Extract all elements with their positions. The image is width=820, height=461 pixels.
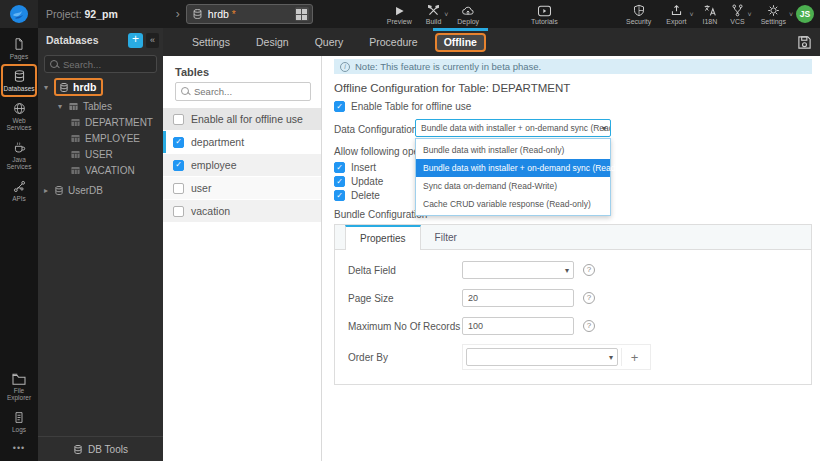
sidebar-item-web-services[interactable]: Web Services: [1, 97, 37, 136]
order-by-select[interactable]: ▾: [466, 348, 618, 366]
tab-query[interactable]: Query: [302, 28, 357, 56]
check-icon: ✓: [336, 192, 343, 200]
caret-down-icon: ▾: [602, 124, 606, 133]
dropdown-option-selected[interactable]: Bundle data with installer + on-demand s…: [416, 159, 610, 177]
sidebar-item-pages[interactable]: Pages: [1, 32, 37, 64]
caret-down-icon[interactable]: ▾: [42, 83, 50, 92]
db-tools-icon: [73, 444, 83, 455]
build-tools-icon: [427, 3, 440, 17]
caret-right-icon[interactable]: ▸: [42, 186, 50, 195]
security-button[interactable]: Security: [626, 3, 651, 25]
project-name: 92_pm: [85, 8, 118, 20]
enable-all-checkbox[interactable]: [173, 114, 184, 125]
tab-offline[interactable]: Offline: [431, 28, 490, 56]
deploy-button[interactable]: Deploy: [457, 3, 479, 25]
tutorials-button[interactable]: Tutorials: [531, 3, 558, 25]
tree-node-hrdb[interactable]: ▾ hrdb: [38, 78, 163, 96]
table-icon: [70, 133, 81, 144]
max-records-input[interactable]: [468, 321, 558, 331]
tab-filter[interactable]: Filter: [421, 225, 471, 249]
more-icon[interactable]: •••: [13, 437, 25, 461]
tab-design[interactable]: Design: [243, 28, 302, 56]
help-icon[interactable]: ?: [583, 320, 595, 332]
table-checkbox[interactable]: [173, 206, 184, 217]
table-row-user[interactable]: user: [163, 177, 321, 200]
chevron-down-icon: ˅: [748, 11, 752, 18]
tables-search[interactable]: [175, 82, 311, 101]
tree-node-userdb[interactable]: ▸ UserDB: [38, 182, 163, 198]
sidebar-item-logs[interactable]: Logs: [1, 406, 37, 437]
offline-config-area: i Note: This feature is currently in bet…: [322, 56, 820, 461]
table-checkbox[interactable]: ✓: [173, 160, 184, 171]
dropdown-option[interactable]: Sync data on-demand (Read-Write): [416, 177, 610, 195]
table-icon: [68, 101, 79, 112]
doc-tab-hrdb[interactable]: hrdb *: [186, 4, 313, 24]
table-checkbox[interactable]: [173, 183, 184, 194]
app-logo[interactable]: [0, 0, 38, 28]
check-icon: ✓: [336, 103, 343, 111]
tables-search-input[interactable]: [194, 86, 294, 97]
tab-settings[interactable]: Settings: [179, 28, 243, 56]
table-row-department[interactable]: ✓ department: [163, 131, 321, 154]
table-checkbox[interactable]: ✓: [173, 137, 184, 148]
data-config-select[interactable]: Bundle data with installer + on-demand s…: [415, 119, 611, 137]
delta-field-label: Delta Field: [348, 265, 462, 276]
max-records-label: Maximum No Of Records: [348, 321, 462, 332]
tree-node-label: UserDB: [68, 185, 103, 196]
sidebar-item-java-services[interactable]: Java Services: [1, 136, 37, 175]
user-avatar[interactable]: JS: [796, 5, 814, 23]
dashboard-grid-icon[interactable]: [295, 7, 309, 21]
add-database-button[interactable]: +: [128, 33, 143, 48]
table-icon: [70, 149, 81, 160]
add-order-by-button[interactable]: +: [621, 348, 647, 366]
top-bar: Project: 92_pm › hrdb * Preview Build ˅ …: [0, 0, 820, 28]
help-icon[interactable]: ?: [583, 292, 595, 304]
i18n-button[interactable]: I18N: [703, 3, 718, 25]
order-by-group: ▾ +: [462, 344, 651, 370]
dropdown-option[interactable]: Bundle data with installer (Read-only): [416, 141, 610, 159]
update-checkbox[interactable]: ✓: [334, 176, 345, 187]
database-search-input[interactable]: [63, 59, 143, 70]
sidebar-item-apis[interactable]: APIs: [1, 175, 37, 206]
database-search[interactable]: [44, 55, 157, 73]
sidebar-item-file-explorer[interactable]: File Explorer: [1, 368, 37, 406]
dropdown-option[interactable]: Cache CRUD variable response (Read-only): [416, 195, 610, 213]
vcs-button[interactable]: VCS ˅: [730, 3, 744, 25]
operation-delete-row[interactable]: ✓ Delete: [334, 190, 380, 201]
table-row-employee[interactable]: ✓ employee: [163, 154, 321, 177]
save-button[interactable]: [797, 35, 812, 50]
build-button[interactable]: Build ˅: [426, 3, 442, 25]
insert-checkbox[interactable]: ✓: [334, 162, 345, 173]
preview-button[interactable]: Preview: [387, 3, 412, 25]
tree-node-table[interactable]: USER: [38, 146, 163, 162]
collapse-panel-icon[interactable]: «: [146, 33, 159, 48]
sidebar-item-databases[interactable]: Databases: [1, 64, 37, 96]
delete-checkbox[interactable]: ✓: [334, 190, 345, 201]
settings-button[interactable]: Settings ˅: [761, 3, 786, 25]
tab-procedure[interactable]: Procedure: [356, 28, 430, 56]
operation-update-row[interactable]: ✓ Update: [334, 176, 383, 187]
caret-down-icon: ▾: [609, 353, 613, 362]
table-icon: [70, 117, 81, 128]
tree-node-table[interactable]: VACATION: [38, 162, 163, 178]
table-row-vacation[interactable]: vacation: [163, 200, 321, 223]
check-icon: ✓: [336, 164, 343, 172]
operation-insert-row[interactable]: ✓ Insert: [334, 162, 376, 173]
page-size-label: Page Size: [348, 293, 462, 304]
tree-node-table[interactable]: EMPLOYEE: [38, 130, 163, 146]
enable-all-row[interactable]: Enable all for offline use: [163, 108, 321, 131]
chevron-right-icon[interactable]: ›: [176, 7, 180, 21]
tree-node-tables-group[interactable]: ▾ Tables: [38, 98, 163, 114]
tab-properties[interactable]: Properties: [345, 225, 421, 250]
page-size-input[interactable]: [468, 293, 558, 303]
help-icon[interactable]: ?: [583, 264, 595, 276]
delta-field-select[interactable]: ▾: [462, 261, 574, 279]
cloud-upload-icon: [461, 3, 475, 17]
db-tools-button[interactable]: DB Tools: [38, 436, 163, 461]
export-button[interactable]: Export ˅: [666, 3, 686, 25]
tree-node-table[interactable]: DEPARTMENT: [38, 114, 163, 130]
enable-table-row[interactable]: ✓ Enable Table for offline use: [334, 101, 471, 112]
caret-down-icon[interactable]: ▾: [56, 102, 64, 111]
enable-table-checkbox[interactable]: ✓: [334, 101, 345, 112]
doc-tab-label: hrdb: [208, 8, 229, 20]
